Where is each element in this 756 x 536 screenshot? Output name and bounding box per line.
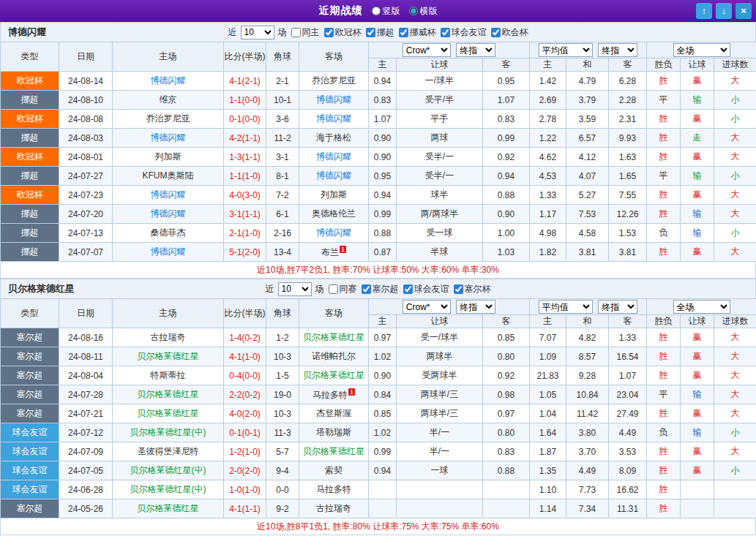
layout-option-horizontal[interactable]: 横版 — [409, 5, 438, 18]
away-team[interactable]: 列加斯 — [299, 186, 369, 205]
same-venue-filter[interactable]: 同赛 — [326, 283, 357, 295]
home-team[interactable]: 贝尔格莱德红星 — [113, 499, 224, 518]
league-checkbox[interactable] — [454, 284, 463, 294]
home-team[interactable]: 博德闪耀 — [113, 243, 224, 262]
league-checkbox[interactable] — [491, 28, 501, 37]
avg-odds-select[interactable]: 平均值 — [539, 300, 593, 314]
score-cell[interactable]: 1-1(1-0) — [224, 167, 266, 186]
away-team[interactable]: 塔勒瑞斯 — [299, 423, 369, 442]
away-team[interactable]: 海于格松 — [299, 129, 369, 148]
avg-odds-select[interactable]: 平均值 — [539, 43, 593, 57]
score-cell[interactable]: 4-0(3-0) — [224, 186, 266, 205]
score-cell[interactable]: 1-4(0-2) — [224, 328, 266, 347]
score-cell[interactable]: 0-1(0-0) — [224, 110, 266, 129]
away-team[interactable]: 贝尔格莱德红星 — [299, 328, 369, 347]
score-cell[interactable]: 2-1(1-0) — [224, 224, 266, 243]
home-team[interactable]: 桑德菲杰 — [113, 224, 224, 243]
score-cell[interactable]: 0-4(0-0) — [224, 366, 266, 385]
move-down-icon[interactable]: ↓ — [716, 3, 732, 19]
home-team[interactable]: 博德闪耀 — [113, 72, 224, 91]
away-team[interactable]: 马拉多特 — [299, 480, 369, 499]
score-cell[interactable]: 4-1(1-1) — [224, 499, 266, 518]
scope-select[interactable]: 全场 — [673, 300, 730, 314]
odds-final-select[interactable]: 终指 — [456, 300, 495, 314]
home-team[interactable]: 贝尔格莱德红星 — [113, 385, 224, 404]
away-team[interactable]: 索契 — [299, 461, 369, 480]
home-team-name: 博德闪耀 — [151, 75, 186, 86]
league-filter-4[interactable]: 欧会杯 — [488, 26, 528, 39]
league-filter-2[interactable]: 塞尔杯 — [451, 283, 491, 295]
same-venue-checkbox[interactable] — [329, 284, 338, 294]
avg-final-select[interactable]: 终指 — [598, 43, 637, 57]
home-team[interactable]: 博德闪耀 — [113, 186, 224, 205]
league-filter-1[interactable]: 球会友谊 — [400, 283, 449, 295]
away-team[interactable]: 奥德格伦兰 — [299, 205, 369, 224]
home-team[interactable]: 博德闪耀 — [113, 205, 224, 224]
score-cell[interactable]: 4-0(2-0) — [224, 404, 266, 423]
league-filter-0[interactable]: 欧冠杯 — [321, 26, 362, 39]
score-cell[interactable]: 1-0(1-0) — [224, 480, 266, 499]
score-cell[interactable]: 1-2(1-0) — [224, 442, 266, 461]
away-team[interactable]: 杰登斯渥 — [299, 404, 369, 423]
odds-provider-select[interactable]: Crow* — [403, 300, 451, 314]
home-team[interactable]: 圣彼得堡泽尼特 — [113, 442, 224, 461]
home-team[interactable]: 特斯蒂拉 — [113, 366, 224, 385]
score-cell[interactable]: 4-1(2-1) — [224, 72, 266, 91]
home-team[interactable]: 贝尔格莱德红星(中) — [113, 423, 224, 442]
league-checkbox[interactable] — [362, 284, 371, 294]
league-checkbox[interactable] — [403, 284, 413, 294]
away-team[interactable]: 博德闪耀 — [299, 110, 369, 129]
league-checkbox[interactable] — [441, 28, 450, 37]
away-team[interactable]: 博德闪耀 — [299, 224, 369, 243]
same-venue-filter[interactable]: 同主 — [288, 26, 320, 39]
avg-final-select[interactable]: 终指 — [598, 300, 637, 314]
score-cell[interactable]: 4-1(1-0) — [224, 347, 266, 366]
away-team[interactable]: 诺维帕扎尔 — [299, 347, 369, 366]
odds-provider-select[interactable]: Crow* — [403, 43, 451, 57]
home-team[interactable]: 贝尔格莱德红星 — [113, 347, 224, 366]
score-cell[interactable]: 1-3(1-1) — [224, 148, 266, 167]
league-checkbox[interactable] — [366, 28, 375, 37]
league-checkbox[interactable] — [399, 28, 408, 37]
move-up-icon[interactable]: ↑ — [696, 3, 712, 19]
league-checkbox[interactable] — [324, 28, 334, 37]
home-team[interactable]: 乔治罗尼亚 — [113, 110, 224, 129]
away-team[interactable]: 贝尔格莱德红星 — [299, 442, 369, 461]
away-team[interactable]: 贝尔格莱德红星 — [299, 366, 369, 385]
away-team[interactable]: 布兰1 — [299, 243, 369, 262]
home-team[interactable]: 列加斯 — [113, 148, 224, 167]
home-team[interactable]: 贝尔格莱德红星(中) — [113, 461, 224, 480]
home-team[interactable]: KFUM奥斯陆 — [113, 167, 224, 186]
home-team[interactable]: 博德闪耀 — [113, 129, 224, 148]
home-team[interactable]: 维京 — [113, 91, 224, 110]
match-count-select[interactable]: 10 — [278, 282, 312, 296]
home-team[interactable]: 贝尔格莱德红星 — [113, 404, 224, 423]
horizontal-radio[interactable] — [409, 7, 418, 15]
same-venue-checkbox[interactable] — [291, 28, 301, 37]
score-cell[interactable]: 2-2(0-2) — [224, 385, 266, 404]
league-filter-3[interactable]: 球会友谊 — [438, 26, 487, 39]
home-team[interactable]: 古拉瑞奇 — [113, 328, 224, 347]
score-cell[interactable]: 1-1(0-0) — [224, 91, 266, 110]
away-team[interactable]: 乔治罗尼亚 — [299, 72, 369, 91]
layout-option-vertical[interactable]: 竖版 — [372, 5, 400, 18]
away-team[interactable]: 博德闪耀 — [299, 148, 369, 167]
score-cell[interactable]: 3-1(1-1) — [224, 205, 266, 224]
league-filter-2[interactable]: 挪威杯 — [396, 26, 436, 39]
away-team[interactable]: 古拉瑞奇 — [299, 499, 369, 518]
score-cell[interactable]: 5-1(2-0) — [224, 243, 266, 262]
score-cell[interactable]: 4-2(1-1) — [224, 129, 266, 148]
score-cell[interactable]: 0-1(0-1) — [224, 423, 266, 442]
away-team[interactable]: 马拉多特1 — [299, 385, 369, 404]
match-count-select[interactable]: 10 — [241, 26, 274, 39]
home-team[interactable]: 贝尔格莱德红星(中) — [113, 480, 224, 499]
league-filter-1[interactable]: 挪超 — [363, 26, 394, 39]
league-filter-0[interactable]: 塞尔超 — [359, 283, 399, 295]
score-cell[interactable]: 2-0(2-0) — [224, 461, 266, 480]
close-icon[interactable]: × — [736, 3, 752, 19]
scope-select[interactable]: 全场 — [673, 43, 730, 57]
away-team[interactable]: 博德闪耀 — [299, 167, 369, 186]
odds-final-select[interactable]: 终指 — [456, 43, 495, 57]
vertical-radio[interactable] — [372, 7, 381, 15]
away-team[interactable]: 博德闪耀 — [299, 91, 369, 110]
